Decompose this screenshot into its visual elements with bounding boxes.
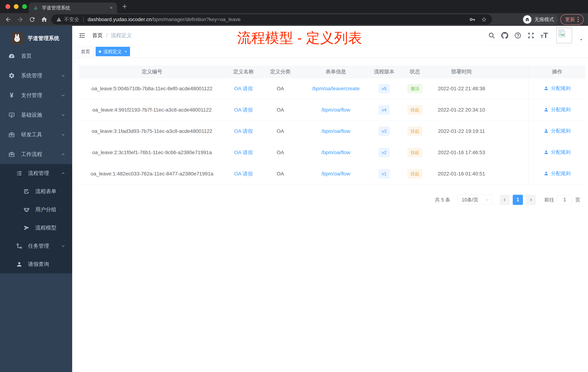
form-edit-icon	[23, 188, 30, 195]
sidebar-item-label: 工作流程	[21, 151, 42, 158]
navbar-actions: TT	[488, 28, 584, 43]
chevron-down-icon	[61, 73, 66, 78]
definition-name-link[interactable]: OA 请假	[234, 128, 253, 134]
password-key-icon[interactable]	[470, 17, 475, 22]
sidebar-item-dev-tools[interactable]: 研发工具	[0, 125, 72, 144]
definition-name-link[interactable]: OA 请假	[234, 107, 253, 113]
user-avatar[interactable]	[556, 28, 572, 43]
address-divider	[83, 17, 84, 22]
tab-close-icon[interactable]: ×	[110, 5, 113, 10]
breadcrumb-home[interactable]: 首页	[92, 32, 103, 39]
monitor-icon	[8, 112, 15, 118]
form-link[interactable]: /bpm/oa/flow	[321, 150, 350, 155]
tag-home[interactable]: 首页	[77, 47, 94, 56]
column-header-id: 定义编号	[79, 66, 225, 78]
assign-rule-button[interactable]: 分配规则	[544, 170, 571, 177]
definition-name-link[interactable]: OA 请假	[234, 171, 253, 176]
status-badge: 激活	[408, 84, 422, 93]
assign-rule-button[interactable]: 分配规则	[544, 85, 571, 92]
forward-icon[interactable]	[17, 16, 24, 23]
broken-image-icon	[557, 29, 567, 38]
sidebar-item-label: 支付管理	[21, 92, 42, 99]
next-page-button[interactable]	[526, 195, 536, 205]
page-size-select[interactable]: 10条/页	[457, 195, 492, 205]
cell-category: OA	[262, 163, 299, 184]
sidebar-item-leave-query[interactable]: 请假查询	[0, 255, 72, 273]
fullscreen-icon[interactable]	[527, 32, 535, 39]
goto-label: 前往	[544, 197, 554, 203]
security-label[interactable]: 不安全	[64, 16, 79, 23]
search-icon[interactable]	[488, 32, 495, 39]
home-icon[interactable]	[41, 16, 48, 23]
workflow-submenu: 流程管理 流程表单 用户分组 流程模	[0, 164, 72, 273]
new-tab-button[interactable]: +	[122, 2, 127, 11]
sidebar-item-label: 请假查询	[28, 261, 49, 268]
sidebar-item-process-model[interactable]: 流程模型	[0, 219, 72, 237]
sidebar-logo[interactable]: 芋道管理系统	[0, 26, 72, 46]
prev-page-button[interactable]	[500, 195, 510, 205]
user-icon	[16, 261, 22, 268]
column-header-version: 流程版本	[373, 66, 395, 78]
status-badge: 挂起	[408, 169, 422, 178]
sidebar-item-payment[interactable]: ¥ 支付管理	[0, 86, 72, 105]
breadcrumb: 首页 / 流程定义	[92, 32, 132, 39]
sidebar-item-infrastructure[interactable]: 基础设施	[0, 105, 72, 125]
assign-rule-button[interactable]: 分配规则	[544, 106, 571, 113]
plant-favicon-icon	[33, 5, 39, 11]
sidebar-item-user-group[interactable]: 用户分组	[0, 201, 72, 219]
form-link[interactable]: /bpm/oa/flow	[321, 128, 350, 134]
assign-rule-button[interactable]: 分配规则	[544, 149, 571, 155]
sidebar-item-process-management[interactable]: 流程管理	[0, 164, 72, 182]
breadcrumb-current: 流程定义	[111, 32, 132, 39]
incognito-label: 无痕模式	[534, 16, 554, 23]
help-icon[interactable]	[514, 32, 521, 39]
sidebar-item-task-management[interactable]: 任务管理	[0, 237, 72, 255]
browser-menu-icon[interactable]	[578, 17, 579, 22]
cell-filler	[489, 99, 529, 120]
column-header-category: 定义分类	[262, 66, 299, 78]
goto-page-input[interactable]	[557, 195, 572, 205]
window-close-button[interactable]	[5, 4, 10, 9]
current-page-button[interactable]: 1	[513, 195, 523, 205]
address-bar[interactable]: 不安全 dashboard.yudao.iocoder.cn /bpm/mana…	[51, 14, 492, 25]
version-badge: v1	[379, 169, 389, 178]
incognito-icon	[523, 15, 531, 24]
sidebar-item-workflow[interactable]: 工作流程	[0, 144, 72, 164]
definition-name-link[interactable]: OA 请假	[234, 150, 253, 155]
sidebar-item-label: 流程模型	[35, 224, 56, 231]
chevron-left-icon	[502, 197, 507, 202]
reload-icon[interactable]	[29, 16, 36, 23]
sidebar-item-process-form[interactable]: 流程表单	[0, 182, 72, 201]
tag-process-definition[interactable]: 流程定义 ×	[96, 47, 130, 56]
definition-name-link[interactable]: OA 请假	[234, 86, 253, 91]
total-count-label: 共 5 条	[435, 197, 450, 203]
github-icon[interactable]	[501, 32, 508, 39]
back-icon[interactable]	[5, 16, 12, 23]
cell-definition-id: oa_leave:5:004b710b-7b8a-11ec-8ef0-acde4…	[79, 78, 225, 99]
browser-update-button[interactable]: 更新	[560, 14, 584, 25]
window-minimize-button[interactable]	[14, 4, 19, 9]
version-badge: v5	[379, 84, 389, 93]
cell-definition-id: oa_leave:1:482ec033-762a-11ec-8477-a2380…	[79, 163, 225, 184]
form-link[interactable]: /bpm/oa/flow	[321, 107, 350, 113]
cell-definition-id: oa_leave:4:991f2193-7b7f-11ec-a3c8-acde4…	[79, 99, 225, 120]
avatar-dropdown-caret-icon[interactable]	[578, 37, 584, 42]
tag-close-icon[interactable]: ×	[125, 49, 127, 54]
version-badge: v2	[379, 148, 389, 157]
chevron-up-icon	[61, 171, 66, 176]
window-zoom-button[interactable]	[22, 4, 27, 9]
font-size-icon[interactable]: TT	[540, 33, 548, 39]
assign-rule-button[interactable]: 分配规则	[544, 128, 571, 134]
url-host: dashboard.yudao.iocoder.cn	[88, 17, 152, 22]
bookmark-star-icon[interactable]	[481, 17, 487, 22]
form-link[interactable]: /bpm/oa/leave/create	[312, 86, 360, 91]
breadcrumb-separator: /	[106, 33, 107, 39]
chevron-down-icon	[61, 93, 66, 98]
browser-tab[interactable]: 芋道管理系统 ×	[29, 2, 117, 13]
sidebar-item-home[interactable]: 首页	[0, 46, 72, 66]
status-badge: 挂起	[408, 105, 422, 114]
sidebar-item-system[interactable]: 系统管理	[0, 66, 72, 86]
sidebar-collapse-icon[interactable]	[78, 32, 86, 39]
sidebar-item-label: 流程管理	[28, 170, 49, 177]
form-link[interactable]: /bpm/oa/flow	[321, 171, 350, 176]
